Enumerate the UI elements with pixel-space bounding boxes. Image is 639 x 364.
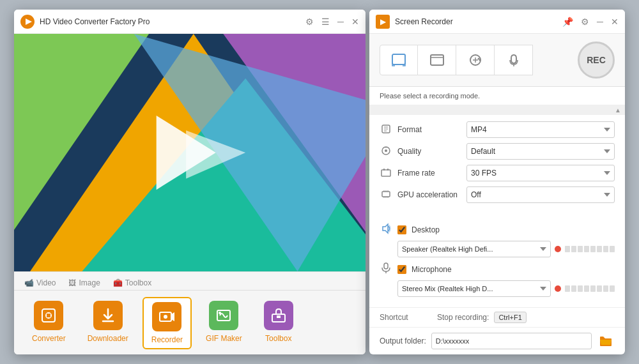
format-select[interactable]: MP4 AVI MKV MOV (466, 121, 615, 138)
svg-point-28 (479, 59, 481, 61)
video-tab-icon: 📹 (24, 278, 34, 287)
stop-recording-key: Ctrl+F1 (494, 312, 526, 323)
rec-mode-fullscreen[interactable] (418, 45, 456, 75)
rec-mode-game[interactable] (456, 45, 495, 75)
desktop-audio-icon (380, 223, 392, 237)
svg-rect-20 (277, 315, 281, 318)
mic-vol-dot (555, 285, 561, 292)
vol-seg-1 (565, 246, 570, 252)
right-settings-icon[interactable]: ⚙ (581, 17, 589, 27)
frame-rate-select[interactable]: 30 FPS 60 FPS 24 FPS 15 FPS (466, 165, 615, 181)
desktop-vol-dot (555, 246, 561, 252)
vol-seg-4 (584, 246, 589, 252)
left-window-controls: ⚙ ☰ ─ ✕ (305, 17, 359, 27)
tab-image-label: Image (79, 278, 100, 287)
microphone-row: Microphone (380, 262, 615, 277)
shortcut-section: Shortcut Stop recording: Ctrl+F1 (369, 307, 625, 327)
vol-seg-5 (590, 246, 596, 252)
mic-device-select[interactable]: Stereo Mix (Realtek High D... (397, 280, 551, 297)
vol-seg-2 (571, 246, 576, 252)
vol-seg-6 (597, 246, 602, 252)
svg-point-16 (164, 315, 167, 319)
close-icon[interactable]: ✕ (351, 17, 359, 27)
shortcut-row: Shortcut Stop recording: Ctrl+F1 (380, 312, 615, 323)
right-window-title: Screen Recorder (395, 17, 562, 26)
output-folder-label: Output folder: (380, 337, 426, 345)
gif-maker-label: GIF Maker (206, 334, 242, 343)
gpu-label: GPU acceleration (397, 190, 461, 199)
format-label: Format (397, 125, 461, 134)
desktop-audio-row: Desktop (380, 223, 615, 237)
format-icon (380, 124, 392, 136)
pin-icon[interactable]: 📌 (562, 17, 573, 27)
gpu-row: GPU acceleration Off On (380, 186, 615, 203)
image-tab-icon: 🖼 (68, 278, 76, 287)
quality-row: Quality Default High Medium Low (380, 143, 615, 160)
settings-icon[interactable]: ⚙ (305, 17, 314, 27)
bottom-nav: 📹 Video 🖼 Image 🧰 Toolbox (14, 271, 366, 354)
vol-seg-3 (578, 246, 583, 252)
rec-button[interactable]: REC (578, 42, 615, 79)
mic-seg-5 (590, 285, 596, 292)
shortcut-label: Shortcut (380, 313, 424, 322)
recorder-label: Recorder (151, 335, 183, 344)
rec-mode-region[interactable] (380, 45, 418, 75)
right-minimize-icon[interactable]: ─ (597, 17, 603, 27)
right-close-icon[interactable]: ✕ (611, 17, 619, 27)
nav-item-gif-maker[interactable]: GIF Maker (198, 297, 250, 349)
svg-rect-48 (384, 263, 388, 269)
toolbox-nav-label: Toolbox (265, 334, 291, 343)
right-window: ▶ Screen Recorder 📌 ⚙ ─ ✕ (369, 10, 625, 354)
desktop-vol-bar (565, 246, 615, 252)
rec-modes-bar: REC (369, 34, 625, 87)
converter-icon (34, 301, 63, 330)
downloader-icon (93, 301, 123, 330)
vol-seg-7 (603, 246, 608, 252)
scroll-indicator: ▲ (369, 105, 625, 115)
svg-rect-12 (47, 314, 50, 317)
desktop: HD Video Converter Factory Pro ⚙ ☰ ─ ✕ (0, 0, 639, 364)
toolbox-icon (264, 301, 293, 330)
mic-seg-6 (597, 285, 602, 292)
nav-item-downloader[interactable]: Downloader (80, 297, 136, 349)
nav-items: Converter Downloader (14, 291, 366, 354)
list-icon[interactable]: ☰ (321, 17, 330, 27)
nav-item-recorder[interactable]: Recorder (142, 297, 192, 349)
desktop-device-row: Speaker (Realtek High Defi... (397, 241, 615, 257)
gpu-select[interactable]: Off On (466, 186, 615, 203)
left-titlebar: HD Video Converter Factory Pro ⚙ ☰ ─ ✕ (14, 10, 366, 34)
quality-label: Quality (397, 147, 461, 156)
nav-item-converter[interactable]: Converter (24, 297, 73, 349)
quality-select[interactable]: Default High Medium Low (466, 143, 615, 160)
microphone-label: Microphone (412, 265, 615, 274)
desktop-audio-checkbox[interactable] (397, 225, 406, 234)
mic-seg-4 (584, 285, 589, 292)
right-window-controls: 📌 ⚙ ─ ✕ (562, 17, 619, 27)
svg-rect-21 (392, 54, 405, 64)
tab-image[interactable]: 🖼 Image (68, 276, 100, 290)
tab-toolbox-label: Toolbox (125, 278, 151, 287)
browse-folder-button[interactable] (597, 333, 615, 349)
desktop-device-select[interactable]: Speaker (Realtek High Defi... (397, 241, 551, 257)
left-window: HD Video Converter Factory Pro ⚙ ☰ ─ ✕ (14, 10, 366, 354)
format-row: Format MP4 AVI MKV MOV (380, 121, 615, 138)
nav-item-toolbox[interactable]: Toolbox (256, 297, 301, 349)
svg-marker-47 (383, 224, 388, 233)
gif-maker-icon (209, 301, 238, 330)
output-folder-input[interactable] (431, 333, 592, 349)
mic-seg-3 (578, 285, 583, 292)
nav-tabs: 📹 Video 🖼 Image 🧰 Toolbox (14, 272, 366, 291)
downloader-label: Downloader (88, 334, 128, 343)
svg-rect-40 (382, 192, 390, 197)
rec-mode-audio[interactable] (495, 45, 533, 75)
mic-seg-2 (571, 285, 576, 292)
audio-section: Desktop Speaker (Realtek High Defi... (369, 223, 625, 307)
hero-area (14, 34, 366, 271)
svg-rect-37 (381, 170, 390, 176)
microphone-checkbox[interactable] (397, 265, 406, 274)
minimize-icon[interactable]: ─ (337, 17, 344, 27)
left-window-title: HD Video Converter Factory Pro (40, 17, 305, 26)
output-section: Output folder: (369, 327, 625, 354)
tab-toolbox[interactable]: 🧰 Toolbox (113, 276, 151, 290)
tab-video[interactable]: 📹 Video (24, 276, 56, 290)
